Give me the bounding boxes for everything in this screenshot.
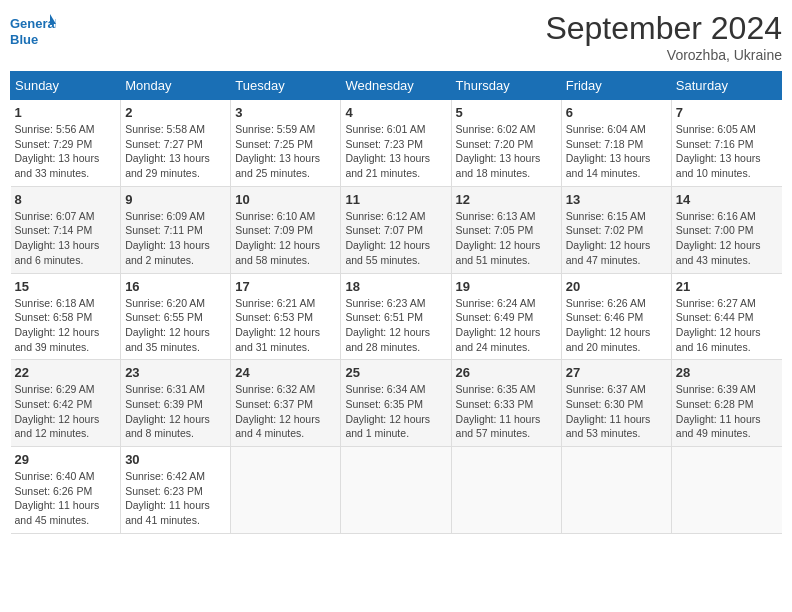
calendar-cell: 4 Sunrise: 6:01 AM Sunset: 7:23 PM Dayli… <box>341 100 451 187</box>
weekday-header: Saturday <box>671 72 781 100</box>
calendar-cell <box>671 447 781 534</box>
weekday-header: Tuesday <box>231 72 341 100</box>
day-detail: Sunrise: 6:35 AM Sunset: 6:33 PM Dayligh… <box>456 382 557 441</box>
calendar-cell: 12 Sunrise: 6:13 AM Sunset: 7:05 PM Dayl… <box>451 186 561 273</box>
weekday-header: Monday <box>121 72 231 100</box>
day-number: 27 <box>566 365 667 380</box>
calendar-cell: 15 Sunrise: 6:18 AM Sunset: 6:58 PM Dayl… <box>11 273 121 360</box>
calendar-cell: 26 Sunrise: 6:35 AM Sunset: 6:33 PM Dayl… <box>451 360 561 447</box>
weekday-header: Thursday <box>451 72 561 100</box>
weekday-header: Wednesday <box>341 72 451 100</box>
calendar-cell: 7 Sunrise: 6:05 AM Sunset: 7:16 PM Dayli… <box>671 100 781 187</box>
calendar-cell: 23 Sunrise: 6:31 AM Sunset: 6:39 PM Dayl… <box>121 360 231 447</box>
day-number: 2 <box>125 105 226 120</box>
month-title: September 2024 <box>545 10 782 47</box>
day-number: 25 <box>345 365 446 380</box>
page-header: General Blue September 2024 Vorozhba, Uk… <box>10 10 782 63</box>
calendar-cell: 28 Sunrise: 6:39 AM Sunset: 6:28 PM Dayl… <box>671 360 781 447</box>
day-detail: Sunrise: 6:05 AM Sunset: 7:16 PM Dayligh… <box>676 122 778 181</box>
day-detail: Sunrise: 6:23 AM Sunset: 6:51 PM Dayligh… <box>345 296 446 355</box>
svg-text:General: General <box>10 16 56 31</box>
day-number: 30 <box>125 452 226 467</box>
day-detail: Sunrise: 6:16 AM Sunset: 7:00 PM Dayligh… <box>676 209 778 268</box>
weekday-header: Sunday <box>11 72 121 100</box>
day-number: 8 <box>15 192 117 207</box>
day-number: 22 <box>15 365 117 380</box>
day-detail: Sunrise: 6:32 AM Sunset: 6:37 PM Dayligh… <box>235 382 336 441</box>
day-detail: Sunrise: 6:42 AM Sunset: 6:23 PM Dayligh… <box>125 469 226 528</box>
day-number: 21 <box>676 279 778 294</box>
day-number: 6 <box>566 105 667 120</box>
logo-container: General Blue <box>10 10 56 56</box>
calendar-cell <box>231 447 341 534</box>
day-detail: Sunrise: 5:59 AM Sunset: 7:25 PM Dayligh… <box>235 122 336 181</box>
day-number: 18 <box>345 279 446 294</box>
day-number: 4 <box>345 105 446 120</box>
calendar-cell: 13 Sunrise: 6:15 AM Sunset: 7:02 PM Dayl… <box>561 186 671 273</box>
calendar-cell: 8 Sunrise: 6:07 AM Sunset: 7:14 PM Dayli… <box>11 186 121 273</box>
weekday-header: Friday <box>561 72 671 100</box>
day-number: 29 <box>15 452 117 467</box>
day-detail: Sunrise: 6:21 AM Sunset: 6:53 PM Dayligh… <box>235 296 336 355</box>
day-detail: Sunrise: 5:56 AM Sunset: 7:29 PM Dayligh… <box>15 122 117 181</box>
day-number: 16 <box>125 279 226 294</box>
calendar-cell: 30 Sunrise: 6:42 AM Sunset: 6:23 PM Dayl… <box>121 447 231 534</box>
day-number: 23 <box>125 365 226 380</box>
day-detail: Sunrise: 6:18 AM Sunset: 6:58 PM Dayligh… <box>15 296 117 355</box>
calendar-cell: 20 Sunrise: 6:26 AM Sunset: 6:46 PM Dayl… <box>561 273 671 360</box>
calendar-cell: 24 Sunrise: 6:32 AM Sunset: 6:37 PM Dayl… <box>231 360 341 447</box>
calendar-table: SundayMondayTuesdayWednesdayThursdayFrid… <box>10 71 782 534</box>
calendar-cell: 10 Sunrise: 6:10 AM Sunset: 7:09 PM Dayl… <box>231 186 341 273</box>
day-detail: Sunrise: 6:04 AM Sunset: 7:18 PM Dayligh… <box>566 122 667 181</box>
calendar-cell: 3 Sunrise: 5:59 AM Sunset: 7:25 PM Dayli… <box>231 100 341 187</box>
calendar-cell: 19 Sunrise: 6:24 AM Sunset: 6:49 PM Dayl… <box>451 273 561 360</box>
day-detail: Sunrise: 6:34 AM Sunset: 6:35 PM Dayligh… <box>345 382 446 441</box>
day-number: 12 <box>456 192 557 207</box>
day-detail: Sunrise: 6:27 AM Sunset: 6:44 PM Dayligh… <box>676 296 778 355</box>
day-detail: Sunrise: 6:10 AM Sunset: 7:09 PM Dayligh… <box>235 209 336 268</box>
day-detail: Sunrise: 6:31 AM Sunset: 6:39 PM Dayligh… <box>125 382 226 441</box>
calendar-cell: 5 Sunrise: 6:02 AM Sunset: 7:20 PM Dayli… <box>451 100 561 187</box>
calendar-cell <box>451 447 561 534</box>
day-number: 19 <box>456 279 557 294</box>
calendar-cell: 6 Sunrise: 6:04 AM Sunset: 7:18 PM Dayli… <box>561 100 671 187</box>
day-number: 17 <box>235 279 336 294</box>
calendar-cell: 22 Sunrise: 6:29 AM Sunset: 6:42 PM Dayl… <box>11 360 121 447</box>
calendar-cell: 18 Sunrise: 6:23 AM Sunset: 6:51 PM Dayl… <box>341 273 451 360</box>
day-number: 28 <box>676 365 778 380</box>
svg-text:Blue: Blue <box>10 32 38 47</box>
day-number: 7 <box>676 105 778 120</box>
day-number: 26 <box>456 365 557 380</box>
calendar-cell: 25 Sunrise: 6:34 AM Sunset: 6:35 PM Dayl… <box>341 360 451 447</box>
day-detail: Sunrise: 6:15 AM Sunset: 7:02 PM Dayligh… <box>566 209 667 268</box>
day-detail: Sunrise: 6:13 AM Sunset: 7:05 PM Dayligh… <box>456 209 557 268</box>
day-number: 1 <box>15 105 117 120</box>
day-detail: Sunrise: 6:39 AM Sunset: 6:28 PM Dayligh… <box>676 382 778 441</box>
day-number: 20 <box>566 279 667 294</box>
calendar-cell <box>341 447 451 534</box>
day-detail: Sunrise: 6:09 AM Sunset: 7:11 PM Dayligh… <box>125 209 226 268</box>
day-detail: Sunrise: 6:01 AM Sunset: 7:23 PM Dayligh… <box>345 122 446 181</box>
day-detail: Sunrise: 6:29 AM Sunset: 6:42 PM Dayligh… <box>15 382 117 441</box>
day-detail: Sunrise: 6:26 AM Sunset: 6:46 PM Dayligh… <box>566 296 667 355</box>
day-number: 14 <box>676 192 778 207</box>
calendar-cell: 16 Sunrise: 6:20 AM Sunset: 6:55 PM Dayl… <box>121 273 231 360</box>
calendar-cell: 21 Sunrise: 6:27 AM Sunset: 6:44 PM Dayl… <box>671 273 781 360</box>
location-subtitle: Vorozhba, Ukraine <box>545 47 782 63</box>
day-number: 3 <box>235 105 336 120</box>
day-number: 24 <box>235 365 336 380</box>
day-number: 5 <box>456 105 557 120</box>
calendar-cell: 9 Sunrise: 6:09 AM Sunset: 7:11 PM Dayli… <box>121 186 231 273</box>
calendar-cell: 14 Sunrise: 6:16 AM Sunset: 7:00 PM Dayl… <box>671 186 781 273</box>
day-number: 11 <box>345 192 446 207</box>
day-detail: Sunrise: 5:58 AM Sunset: 7:27 PM Dayligh… <box>125 122 226 181</box>
day-detail: Sunrise: 6:40 AM Sunset: 6:26 PM Dayligh… <box>15 469 117 528</box>
calendar-cell <box>561 447 671 534</box>
day-number: 9 <box>125 192 226 207</box>
logo: General Blue <box>10 10 56 56</box>
title-block: September 2024 Vorozhba, Ukraine <box>545 10 782 63</box>
logo-icon: General Blue <box>10 10 56 56</box>
calendar-cell: 27 Sunrise: 6:37 AM Sunset: 6:30 PM Dayl… <box>561 360 671 447</box>
calendar-cell: 29 Sunrise: 6:40 AM Sunset: 6:26 PM Dayl… <box>11 447 121 534</box>
day-number: 13 <box>566 192 667 207</box>
